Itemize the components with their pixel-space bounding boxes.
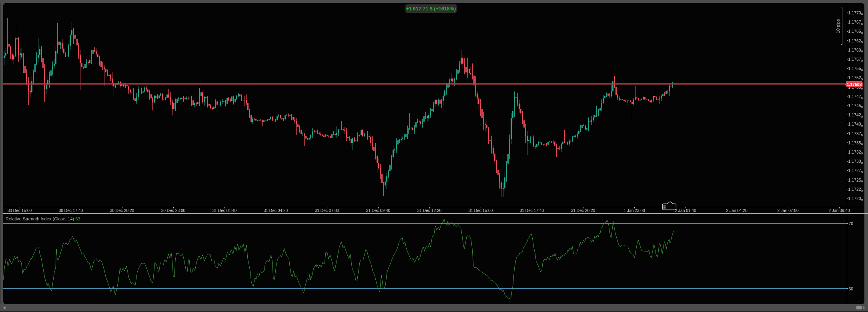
svg-text:2 Jan 07:00: 2 Jan 07:00 — [777, 208, 799, 213]
svg-text:31 Dec 20:20: 31 Dec 20:20 — [571, 208, 595, 213]
svg-text:30 Dec 23:00: 30 Dec 23:00 — [161, 208, 186, 213]
svg-text:31 Dec 04:20: 31 Dec 04:20 — [264, 208, 288, 213]
svg-text:31 Dec 01:40: 31 Dec 01:40 — [212, 208, 237, 213]
svg-text:1 Jan 23:00: 1 Jan 23:00 — [623, 208, 645, 213]
svg-text:Relative Strength Index (Close: Relative Strength Index (Close, 14) 63 — [6, 216, 80, 221]
svg-text:31 Dec 12:20: 31 Dec 12:20 — [417, 208, 442, 213]
svg-text:1.17508: 1.17508 — [847, 82, 862, 87]
svg-text:30 Dec 20:20: 30 Dec 20:20 — [110, 208, 134, 213]
svg-text:70: 70 — [849, 221, 854, 226]
svg-text:31 Dec 15:00: 31 Dec 15:00 — [469, 208, 493, 213]
svg-text:2 Jan 09:40: 2 Jan 09:40 — [828, 208, 850, 213]
svg-text:31 Dec 07:00: 31 Dec 07:00 — [315, 208, 339, 213]
svg-text:30 Dec 17:40: 30 Dec 17:40 — [59, 208, 83, 213]
svg-text:10 pips: 10 pips — [836, 19, 840, 33]
svg-text:2 Jan 04:20: 2 Jan 04:20 — [726, 208, 748, 213]
svg-text:31 Dec 17:40: 31 Dec 17:40 — [520, 208, 544, 213]
svg-text:30 Dec 15:00: 30 Dec 15:00 — [8, 208, 32, 213]
svg-text:30: 30 — [849, 286, 854, 291]
svg-text:2 Jan 01:40: 2 Jan 01:40 — [675, 208, 696, 213]
svg-text:+1 617.71 $ (+1618%): +1 617.71 $ (+1618%) — [406, 6, 456, 12]
svg-text:31 Dec 09:40: 31 Dec 09:40 — [366, 208, 391, 213]
